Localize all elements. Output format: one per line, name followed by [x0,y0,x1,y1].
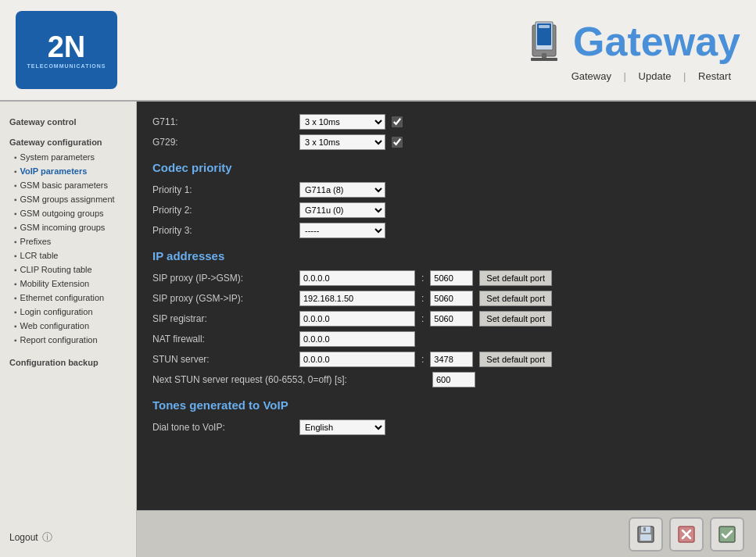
sidebar-label-voip: VoIP parameters [20,166,88,176]
info-icon: ⓘ [42,530,52,545]
bullet-gsm-groups: ▪ [14,195,17,204]
sip-proxy-ip-gsm-label: SIP proxy (IP->GSM): [152,273,293,284]
svg-rect-9 [643,527,646,531]
dial-tone-select[interactable]: English German French Czech [299,420,385,435]
priority2-label: Priority 2: [152,205,293,216]
sidebar-label-login: Login configuration [20,307,93,316]
priority3-select[interactable]: G711a (8) G711u (0) G729 ----- [299,223,385,238]
sidebar-label-report: Report configuration [20,335,98,345]
set-default-port-btn-3[interactable]: Set default port [479,311,552,327]
bullet-lcr: ▪ [14,252,17,260]
stun-server-label: STUN server: [152,354,293,365]
codec-priority-heading: Codec priority [152,161,740,174]
discard-button[interactable] [669,517,704,552]
priority2-select[interactable]: G711a (8) G711u (0) G729 ----- [299,202,385,218]
config-backup-label[interactable]: Configuration backup [0,355,136,370]
g729-row: G729: 3 x 10ms 5 x 10ms 10 x 10ms [152,134,740,150]
bullet-web: ▪ [14,322,17,330]
g711-label: G711: [152,116,293,127]
nav-update[interactable]: Update [629,70,681,82]
colon-1: : [421,273,424,284]
bullet-ethernet: ▪ [14,294,17,302]
sidebar-item-voip-parameters[interactable]: ▪ VoIP parameters [0,164,136,178]
sidebar-label-gsm-basic: GSM basic parameters [20,180,108,190]
sidebar-gateway-control-title: Gateway control [0,114,136,130]
stun-server-port[interactable] [430,352,473,367]
content-area: G711: 3 x 10ms 5 x 10ms 10 x 10ms G729: … [137,102,756,557]
sidebar-item-gsm-outgoing[interactable]: ▪ GSM outgoing groups [0,206,136,220]
sidebar-item-prefixes[interactable]: ▪ Prefixes [0,234,136,248]
sidebar-item-clip-routing[interactable]: ▪ CLIP Routing table [0,262,136,277]
colon-2: : [421,293,424,304]
sip-registrar-label: SIP registrar: [152,313,293,324]
next-stun-input[interactable] [432,372,475,387]
sip-registrar-row: SIP registrar: : Set default port [152,311,740,327]
g711-select[interactable]: 3 x 10ms 5 x 10ms 10 x 10ms [299,114,385,130]
bullet-clip: ▪ [14,266,17,274]
sidebar-label-gsm-outgoing: GSM outgoing groups [20,209,104,218]
sidebar-item-ethernet-config[interactable]: ▪ Ethernet configuration [0,291,136,305]
bullet-voip: ▪ [14,167,17,176]
sidebar-label-clip: CLIP Routing table [20,265,92,274]
bullet-login: ▪ [14,308,17,316]
sip-proxy-gsm-ip-label: SIP proxy (GSM->IP): [152,293,293,304]
bottom-toolbar [137,510,756,557]
g729-checkbox[interactable] [392,137,403,148]
sidebar-item-web-config[interactable]: ▪ Web configuration [0,319,136,333]
stun-server-row: STUN server: : Set default port [152,352,740,367]
set-default-port-btn-1[interactable]: Set default port [479,270,552,286]
priority3-row: Priority 3: G711a (8) G711u (0) G729 ---… [152,223,740,238]
logo: 2N TELECOMMUNICATIONS [16,11,117,89]
stun-server-input[interactable] [299,352,415,367]
gateway-title-area: Gateway [525,19,740,64]
set-default-port-btn-2[interactable]: Set default port [479,291,552,306]
discard-icon [675,523,697,545]
sip-registrar-input[interactable] [299,311,415,327]
sidebar-item-system-parameters[interactable]: ▪ System parameters [0,150,136,164]
nav-restart[interactable]: Restart [689,70,740,82]
sidebar-item-login-config[interactable]: ▪ Login configuration [0,305,136,319]
sidebar-item-report-config[interactable]: ▪ Report configuration [0,333,136,347]
sidebar-item-mobility-ext[interactable]: ▪ Mobility Extension [0,277,136,291]
confirm-button[interactable] [710,517,744,552]
priority1-select[interactable]: G711a (8) G711u (0) G729 ----- [299,182,385,198]
sidebar-item-gsm-basic[interactable]: ▪ GSM basic parameters [0,178,136,192]
sidebar-label-gsm-groups: GSM groups assignment [20,195,115,204]
content-scroll[interactable]: G711: 3 x 10ms 5 x 10ms 10 x 10ms G729: … [137,102,756,557]
g711-checkbox[interactable] [392,116,403,127]
sidebar-label-lcr: LCR table [20,251,59,260]
g711-row: G711: 3 x 10ms 5 x 10ms 10 x 10ms [152,114,740,130]
priority3-label: Priority 3: [152,225,293,236]
sidebar-label-system: System parameters [20,152,95,162]
sidebar-item-gsm-groups[interactable]: ▪ GSM groups assignment [0,192,136,206]
confirm-icon [716,523,738,545]
header-right: Gateway Gateway | Update | Restart [525,19,740,82]
nat-firewall-input[interactable] [299,331,415,347]
svg-rect-5 [531,58,557,61]
bullet-report: ▪ [14,336,17,345]
sidebar-item-lcr-table[interactable]: ▪ LCR table [0,248,136,262]
header: 2N TELECOMMUNICATIONS Gateway Gateway | … [0,0,756,102]
save-button[interactable] [629,517,663,552]
sip-proxy-ip-gsm-input[interactable] [299,270,415,286]
dial-tone-row: Dial tone to VoIP: English German French… [152,420,740,435]
set-default-port-btn-4[interactable]: Set default port [479,352,552,367]
g729-select[interactable]: 3 x 10ms 5 x 10ms 10 x 10ms [299,134,385,150]
gateway-icon [525,19,564,64]
nav-sep-1: | [621,70,629,82]
sidebar-item-gsm-incoming[interactable]: ▪ GSM incoming groups [0,220,136,234]
nat-firewall-label: NAT firewall: [152,334,293,345]
sip-proxy-gsm-ip-port[interactable] [430,291,473,306]
sip-proxy-gsm-ip-input[interactable] [299,291,415,306]
page-title: Gateway [573,21,740,62]
colon-4: : [421,354,424,365]
sip-registrar-port[interactable] [430,311,473,327]
nav-gateway[interactable]: Gateway [562,70,621,82]
bullet-gsm-outgoing: ▪ [14,209,17,218]
sidebar-label-ethernet: Ethernet configuration [20,293,105,302]
bullet-gsm-basic: ▪ [14,181,17,190]
logout-button[interactable]: Logout ⓘ [0,524,137,551]
dial-tone-label: Dial tone to VoIP: [152,422,293,433]
logout-section: Logout ⓘ [0,524,137,551]
sip-proxy-ip-gsm-port[interactable] [430,270,473,286]
